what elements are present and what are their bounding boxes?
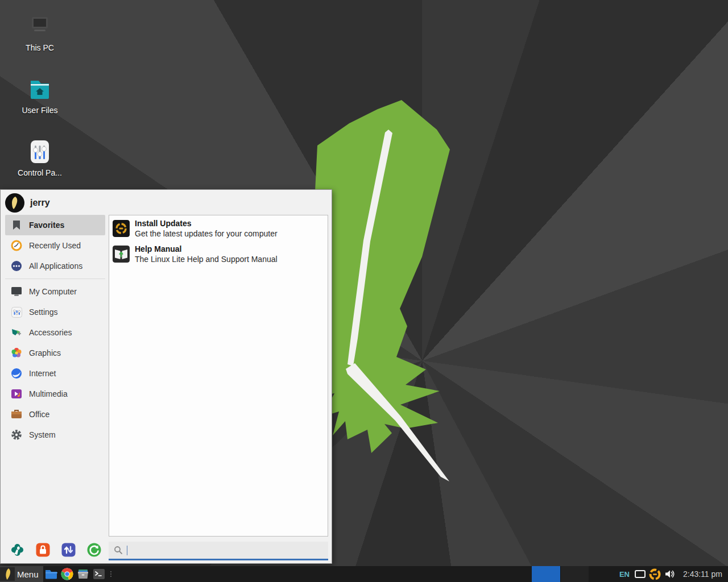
launcher-archive-manager[interactable] (75, 566, 91, 582)
desktop-icon-user-files[interactable]: User Files (9, 76, 71, 115)
app-item-help-manual[interactable]: Help Manual The Linux Lite Help and Supp… (109, 241, 328, 267)
panel-handle[interactable] (110, 571, 111, 577)
taskbar-tray: EN 2:43:11 pm (532, 566, 728, 582)
search-icon (114, 546, 123, 555)
keyboard-layout-indicator[interactable]: EN (619, 570, 630, 579)
chrome-icon (61, 568, 73, 580)
file-manager-icon (45, 569, 57, 579)
launcher-terminal[interactable] (91, 566, 107, 582)
launcher-file-manager[interactable] (43, 566, 59, 582)
workspace-1[interactable] (532, 566, 560, 582)
whisker-menu: jerry Favorites Recently Used (0, 189, 332, 564)
settings-icon (10, 306, 23, 318)
sidebar-item-label: Graphics (29, 348, 61, 357)
switch-user-icon (61, 542, 76, 558)
sidebar-item-label: Recently Used (29, 241, 81, 250)
sidebar-item-internet[interactable]: Internet (5, 363, 105, 384)
switch-user-button[interactable] (61, 542, 76, 558)
log-out-button[interactable] (86, 542, 102, 558)
sidebar-item-recently-used[interactable]: Recently Used (5, 235, 105, 256)
menu-button-label: Menu (17, 569, 39, 579)
sidebar-item-label: My Computer (29, 287, 77, 296)
workspace-pager (532, 566, 589, 582)
menu-button[interactable]: Menu (0, 566, 43, 582)
sidebar-item-office[interactable]: Office (5, 404, 105, 425)
app-description: Get the latest updates for your computer (135, 228, 278, 239)
terminal-icon (93, 568, 105, 580)
all-applications-icon (10, 260, 23, 272)
this-pc-icon (26, 14, 53, 40)
archive-manager-icon (77, 568, 89, 580)
sidebar-item-favorites[interactable]: Favorites (5, 215, 105, 235)
search-caret (127, 546, 127, 555)
sidebar-item-label: Multimedia (29, 389, 68, 398)
sidebar-item-label: All Applications (29, 261, 82, 271)
app-item-text: Help Manual The Linux Lite Help and Supp… (135, 244, 278, 264)
system-icon (10, 429, 23, 441)
log-out-icon (86, 542, 102, 558)
menu-sidebar: Favorites Recently Used All Applications (5, 215, 105, 445)
clock[interactable]: 2:43:11 pm (683, 569, 722, 579)
feather-avatar-icon (9, 196, 21, 210)
sidebar-item-my-computer[interactable]: My Computer (5, 281, 105, 302)
workspace-2[interactable] (560, 566, 589, 582)
menu-app-list: Install Updates Get the latest updates f… (109, 215, 328, 537)
sidebar-item-label: Settings (29, 307, 58, 317)
sidebar-item-all-applications[interactable]: All Applications (5, 256, 105, 276)
app-title: Help Manual (135, 244, 278, 254)
user-files-icon (26, 76, 53, 102)
accessories-icon (10, 326, 23, 339)
graphics-icon (10, 347, 23, 359)
sidebar-item-system[interactable]: System (5, 425, 105, 445)
username: jerry (30, 198, 50, 208)
sidebar-item-label: System (29, 430, 56, 439)
app-description: The Linux Lite Help and Support Manual (135, 254, 278, 264)
sidebar-item-settings[interactable]: Settings (5, 302, 105, 322)
sidebar-item-graphics[interactable]: Graphics (5, 343, 105, 363)
updates-tray-icon[interactable] (649, 568, 661, 580)
sidebar-item-accessories[interactable]: Accessories (5, 322, 105, 343)
lock-screen-button[interactable] (35, 542, 51, 558)
internet-icon (10, 367, 23, 380)
settings-manager-icon (10, 542, 25, 558)
multimedia-icon (10, 388, 23, 400)
menu-action-bar (10, 542, 102, 558)
menu-search-field[interactable] (109, 542, 328, 560)
recently-used-icon (10, 239, 23, 252)
favorites-icon (10, 219, 23, 231)
settings-manager-button[interactable] (10, 542, 25, 558)
sidebar-item-label: Office (29, 410, 49, 419)
help-manual-icon (113, 246, 130, 263)
app-item-text: Install Updates Get the latest updates f… (135, 218, 278, 239)
launcher-chrome[interactable] (59, 566, 75, 582)
app-title: Install Updates (135, 218, 278, 228)
menu-user-header: jerry (5, 193, 50, 213)
desktop-icon-label: This PC (9, 43, 71, 52)
lock-screen-icon (35, 542, 51, 558)
desktop-icon-label: Control Pa... (9, 168, 71, 177)
sidebar-item-multimedia[interactable]: Multimedia (5, 384, 105, 404)
sidebar-item-label: Internet (29, 369, 56, 378)
display-tray-icon[interactable] (634, 568, 647, 580)
sidebar-item-label: Accessories (29, 328, 72, 337)
menu-feather-icon (0, 567, 15, 581)
install-updates-icon (113, 220, 130, 237)
desktop-icon-label: User Files (9, 106, 71, 115)
volume-tray-icon[interactable] (664, 568, 676, 580)
user-avatar[interactable] (5, 193, 24, 213)
office-icon (10, 408, 23, 421)
control-panel-icon (26, 139, 53, 165)
desktop-icon-this-pc[interactable]: This PC (9, 14, 71, 52)
desktop-icon-control-panel[interactable]: Control Pa... (9, 139, 71, 177)
app-item-install-updates[interactable]: Install Updates Get the latest updates f… (109, 215, 328, 241)
sidebar-item-label: Favorites (29, 221, 64, 230)
sidebar-separator (5, 278, 105, 279)
my-computer-icon (10, 285, 23, 298)
taskbar: Menu (0, 566, 728, 582)
